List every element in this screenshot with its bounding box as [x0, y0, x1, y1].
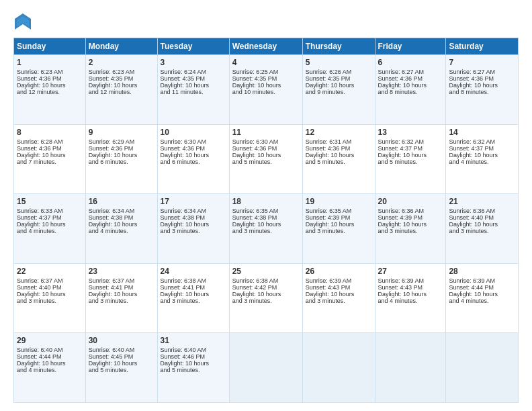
calendar-cell	[375, 333, 446, 403]
day-number: 5	[306, 58, 372, 67]
calendar-cell: 20Sunrise: 6:36 AMSunset: 4:39 PMDayligh…	[375, 194, 446, 264]
day-info-line: and 8 minutes.	[449, 89, 515, 95]
calendar-cell: 30Sunrise: 6:40 AMSunset: 4:45 PMDayligh…	[85, 333, 157, 403]
day-info-line: Daylight: 10 hours	[306, 152, 372, 158]
day-info-line: Daylight: 10 hours	[232, 152, 300, 158]
day-info-line: and 5 minutes.	[306, 158, 372, 165]
calendar-cell: 19Sunrise: 6:35 AMSunset: 4:39 PMDayligh…	[302, 194, 375, 264]
day-info-line: Sunset: 4:40 PM	[449, 214, 515, 221]
day-info-line: Daylight: 10 hours	[306, 82, 372, 89]
day-info-line: and 3 minutes.	[17, 298, 83, 304]
day-number: 14	[449, 128, 515, 137]
calendar-cell: 3Sunrise: 6:24 AMSunset: 4:35 PMDaylight…	[157, 55, 229, 125]
day-info-line: Sunrise: 6:40 AM	[17, 347, 83, 353]
day-info-line: Daylight: 10 hours	[232, 221, 300, 228]
day-number: 3	[161, 58, 226, 67]
day-info-line: Daylight: 10 hours	[378, 221, 443, 228]
day-info-line: Sunset: 4:36 PM	[161, 145, 226, 152]
calendar-cell: 21Sunrise: 6:36 AMSunset: 4:40 PMDayligh…	[446, 194, 519, 264]
day-info-line: Sunset: 4:35 PM	[89, 75, 154, 82]
day-info-line: Sunrise: 6:37 AM	[17, 277, 83, 284]
day-info-line: and 9 minutes.	[306, 89, 372, 95]
day-number: 2	[89, 58, 154, 67]
calendar-cell: 28Sunrise: 6:39 AMSunset: 4:44 PMDayligh…	[446, 263, 519, 333]
calendar-cell: 23Sunrise: 6:37 AMSunset: 4:41 PMDayligh…	[85, 263, 157, 333]
day-number: 25	[232, 267, 300, 276]
day-info-line: Sunrise: 6:29 AM	[89, 138, 154, 145]
day-number: 15	[17, 197, 83, 206]
day-number: 24	[161, 267, 226, 276]
day-number: 10	[161, 128, 226, 137]
day-info-line: Sunrise: 6:24 AM	[161, 68, 226, 75]
header	[13, 12, 519, 31]
calendar-cell	[302, 333, 375, 403]
day-number: 23	[89, 267, 154, 276]
day-info-line: and 4 minutes.	[17, 228, 83, 234]
day-info-line: Sunset: 4:38 PM	[232, 214, 300, 221]
day-number: 28	[449, 267, 515, 276]
calendar-cell: 15Sunrise: 6:33 AMSunset: 4:37 PMDayligh…	[14, 194, 86, 264]
day-number: 7	[449, 58, 515, 67]
day-info-line: Sunset: 4:43 PM	[378, 284, 443, 291]
calendar-cell: 11Sunrise: 6:30 AMSunset: 4:36 PMDayligh…	[229, 124, 302, 194]
weekday-header-monday: Monday	[85, 38, 157, 55]
week-row-5: 29Sunrise: 6:40 AMSunset: 4:44 PMDayligh…	[14, 333, 519, 403]
day-number: 4	[232, 58, 300, 67]
day-info-line: Sunset: 4:36 PM	[89, 145, 154, 152]
day-info-line: Sunrise: 6:37 AM	[89, 277, 154, 284]
day-info-line: Sunrise: 6:32 AM	[449, 138, 515, 145]
day-info-line: Daylight: 10 hours	[161, 82, 226, 89]
day-info-line: Sunset: 4:36 PM	[378, 75, 443, 82]
day-info-line: Daylight: 10 hours	[17, 360, 83, 367]
day-number: 30	[89, 336, 154, 345]
day-info-line: Sunset: 4:38 PM	[161, 214, 226, 221]
day-info-line: Sunrise: 6:39 AM	[306, 277, 372, 284]
weekday-header-saturday: Saturday	[446, 38, 519, 55]
day-info-line: Sunset: 4:40 PM	[17, 284, 83, 291]
day-info-line: Sunset: 4:35 PM	[161, 75, 226, 82]
day-info-line: Sunset: 4:41 PM	[161, 284, 226, 291]
day-info-line: and 5 minutes.	[161, 367, 226, 373]
day-info-line: Sunrise: 6:40 AM	[161, 347, 226, 353]
calendar-table: SundayMondayTuesdayWednesdayThursdayFrid…	[13, 38, 519, 403]
day-info-line: Sunrise: 6:32 AM	[378, 138, 443, 145]
day-info-line: Daylight: 10 hours	[306, 221, 372, 228]
logo-icon	[13, 12, 32, 31]
logo	[13, 12, 34, 31]
calendar-cell: 22Sunrise: 6:37 AMSunset: 4:40 PMDayligh…	[14, 263, 86, 333]
calendar-cell: 17Sunrise: 6:34 AMSunset: 4:38 PMDayligh…	[157, 194, 229, 264]
day-info-line: Sunrise: 6:34 AM	[161, 208, 226, 214]
day-info-line: and 8 minutes.	[378, 89, 443, 95]
day-number: 22	[17, 267, 83, 276]
day-info-line: and 6 minutes.	[89, 158, 154, 165]
calendar-cell: 24Sunrise: 6:38 AMSunset: 4:41 PMDayligh…	[157, 263, 229, 333]
day-info-line: and 3 minutes.	[232, 228, 300, 234]
day-info-line: Sunset: 4:36 PM	[232, 145, 300, 152]
calendar-cell: 6Sunrise: 6:27 AMSunset: 4:36 PMDaylight…	[375, 55, 446, 125]
day-info-line: Daylight: 10 hours	[89, 360, 154, 367]
week-row-2: 8Sunrise: 6:28 AMSunset: 4:36 PMDaylight…	[14, 124, 519, 194]
calendar-cell: 4Sunrise: 6:25 AMSunset: 4:35 PMDaylight…	[229, 55, 302, 125]
day-info-line: Sunrise: 6:36 AM	[378, 208, 443, 214]
day-info-line: Sunrise: 6:23 AM	[17, 68, 83, 75]
day-info-line: and 3 minutes.	[89, 298, 154, 304]
day-number: 19	[306, 197, 372, 206]
calendar-cell: 13Sunrise: 6:32 AMSunset: 4:37 PMDayligh…	[375, 124, 446, 194]
day-info-line: Daylight: 10 hours	[378, 82, 443, 89]
week-row-4: 22Sunrise: 6:37 AMSunset: 4:40 PMDayligh…	[14, 263, 519, 333]
calendar-cell: 5Sunrise: 6:26 AMSunset: 4:35 PMDaylight…	[302, 55, 375, 125]
day-info-line: and 12 minutes.	[17, 89, 83, 95]
weekday-header-row: SundayMondayTuesdayWednesdayThursdayFrid…	[14, 38, 519, 55]
day-info-line: Sunrise: 6:23 AM	[89, 68, 154, 75]
day-info-line: and 5 minutes.	[89, 367, 154, 373]
day-info-line: and 4 minutes.	[89, 228, 154, 234]
day-info-line: Sunrise: 6:25 AM	[232, 68, 300, 75]
day-info-line: Sunset: 4:37 PM	[449, 145, 515, 152]
day-info-line: and 3 minutes.	[378, 228, 443, 234]
day-info-line: Daylight: 10 hours	[161, 221, 226, 228]
day-number: 1	[17, 58, 83, 67]
calendar-cell: 31Sunrise: 6:40 AMSunset: 4:46 PMDayligh…	[157, 333, 229, 403]
day-info-line: Sunset: 4:36 PM	[449, 75, 515, 82]
day-info-line: and 5 minutes.	[232, 158, 300, 165]
day-info-line: Daylight: 10 hours	[161, 360, 226, 367]
